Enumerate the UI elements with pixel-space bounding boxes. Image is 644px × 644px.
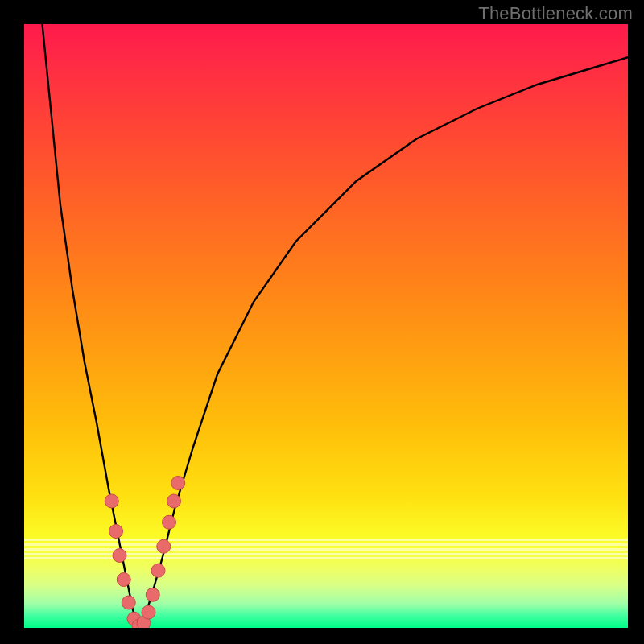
bottleneck-curve xyxy=(43,24,629,628)
attribution-text: TheBottleneck.com xyxy=(478,3,633,24)
data-marker xyxy=(171,477,185,490)
data-marker xyxy=(167,494,181,508)
chart-frame: TheBottleneck.com xyxy=(0,0,644,644)
data-marker xyxy=(105,494,118,508)
data-marker xyxy=(157,539,171,553)
data-marker xyxy=(151,564,165,577)
curve-layer xyxy=(24,24,628,628)
data-marker xyxy=(109,525,123,539)
data-marker xyxy=(146,588,159,601)
data-marker xyxy=(163,515,176,529)
data-marker xyxy=(122,596,135,609)
data-marker xyxy=(113,549,126,563)
plot-area xyxy=(24,24,628,628)
data-marker xyxy=(142,605,155,619)
data-markers xyxy=(105,477,185,629)
data-marker xyxy=(117,573,130,587)
